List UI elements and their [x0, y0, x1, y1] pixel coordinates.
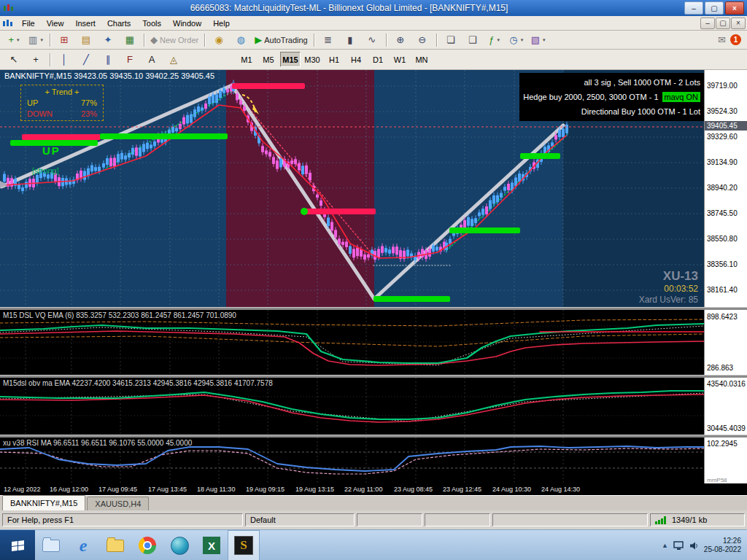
- fibonacci-button[interactable]: F: [119, 52, 141, 68]
- timeframe-h4[interactable]: H4: [346, 52, 366, 67]
- cascade-windows-button[interactable]: ❑: [462, 32, 484, 48]
- menu-insert[interactable]: Insert: [69, 18, 101, 29]
- cursor-button[interactable]: ↖: [3, 52, 25, 68]
- taskbar-clock[interactable]: 12:26 25-08-2022: [704, 537, 741, 555]
- timeframe-m5[interactable]: M5: [258, 52, 279, 67]
- arrows-shapes-icon: ◬: [170, 55, 177, 64]
- volume-icon[interactable]: [689, 541, 699, 551]
- show-hidden-icons-chevron[interactable]: ▲: [662, 542, 668, 549]
- templates-button[interactable]: ▧▾: [527, 32, 549, 48]
- time-axis-label: 19 Aug 09:15: [246, 486, 285, 493]
- menu-bar: FileViewInsertChartsToolsWindowHelp – ▢ …: [0, 16, 747, 31]
- channel-button[interactable]: ∥: [97, 52, 119, 68]
- notification-badge[interactable]: 1: [730, 34, 741, 45]
- minimize-button[interactable]: –: [684, 1, 703, 15]
- mail-icon[interactable]: ✉: [718, 34, 726, 45]
- new-order-button[interactable]: ◆New Order: [147, 32, 201, 48]
- taskbar-icon-s-app[interactable]: S: [228, 530, 260, 560]
- menu-view[interactable]: View: [41, 18, 70, 29]
- taskbar-icon-folder[interactable]: [99, 530, 131, 560]
- timeframe-m30[interactable]: M30: [302, 52, 322, 67]
- indicator-panel-dsl-vq[interactable]: M15 DSL VQ EMA (6) 835.3257 532.2303 861…: [0, 310, 704, 375]
- trendline-button[interactable]: ╱: [75, 52, 97, 68]
- trend-down-label: DOWN: [27, 109, 53, 118]
- chart-line-button[interactable]: ∿: [361, 32, 383, 48]
- network-icon[interactable]: [673, 541, 684, 551]
- timeframe-m1[interactable]: M1: [236, 52, 257, 67]
- time-axis[interactable]: 12 Aug 202216 Aug 12:0017 Aug 09:4517 Au…: [0, 483, 747, 495]
- price-axis-value: 39134.90: [707, 158, 738, 166]
- toolbar-separator: [144, 34, 144, 47]
- taskbar-icon-globe-app[interactable]: [163, 530, 196, 560]
- profiles-button[interactable]: ▥▾: [25, 32, 47, 48]
- timeframe-mn[interactable]: MN: [411, 52, 432, 67]
- mdi-restore-button[interactable]: ▢: [716, 18, 730, 29]
- clock-date: 25-08-2022: [704, 545, 741, 555]
- indicator-panel-obv[interactable]: M15dsl obv ma EMA 42237.4200 34615.2313 …: [0, 378, 704, 435]
- indicator-axis[interactable]: 102.2945 mmP58: [704, 438, 747, 486]
- mdi-minimize-button[interactable]: –: [700, 18, 715, 29]
- expert-advisors-button[interactable]: ◉: [208, 32, 230, 48]
- menu-window[interactable]: Window: [167, 18, 207, 29]
- indicator-axis[interactable]: 43540.0316 30445.4039: [704, 378, 747, 435]
- app-icon: [3, 3, 14, 13]
- taskbar-icon-chrome[interactable]: [131, 530, 163, 560]
- zoom-in-button[interactable]: ⊕: [390, 32, 411, 48]
- menu-file[interactable]: File: [16, 18, 41, 29]
- periods-button[interactable]: ◷▾: [506, 32, 527, 48]
- navigator-button[interactable]: ✦: [97, 32, 119, 48]
- timeframe-m15[interactable]: M15: [280, 52, 301, 67]
- trendline-icon: ╱: [83, 55, 89, 64]
- terminal-button[interactable]: ▦: [119, 32, 141, 48]
- menu-help[interactable]: Help: [207, 18, 236, 29]
- close-button[interactable]: ×: [725, 1, 744, 15]
- market-watch-icon: ⊞: [61, 35, 69, 44]
- indicator-panel-rsi[interactable]: xu v38 RSI MA 96.6511 96.6511 96.1076 55…: [0, 438, 704, 486]
- zoom-out-icon: ⊖: [418, 35, 426, 44]
- chart-bars-button[interactable]: ≣: [317, 32, 339, 48]
- chart-candles-button[interactable]: ▮: [339, 32, 361, 48]
- mdi-close-button[interactable]: ×: [731, 18, 746, 29]
- text-label-button[interactable]: A: [141, 52, 163, 68]
- candle-timer: 00:03:52: [639, 284, 698, 295]
- indicators-button[interactable]: ƒ▾: [484, 32, 506, 48]
- channel-icon: ∥: [106, 55, 111, 64]
- excel-icon: X: [203, 537, 220, 554]
- restore-button[interactable]: ▢: [705, 1, 724, 15]
- connection-status[interactable]: 1349/1 kb: [650, 513, 745, 526]
- timeframe-h1[interactable]: H1: [324, 52, 344, 67]
- autotrading-button[interactable]: ▶AutoTrading: [252, 32, 311, 48]
- zoom-out-button[interactable]: ⊖: [411, 32, 433, 48]
- price-axis[interactable]: 39405.45 39719.0039524.3039329.6039134.9…: [704, 70, 747, 307]
- crosshair-button[interactable]: +: [25, 52, 47, 68]
- chart-tab-2[interactable]: XAUUSD,H4: [87, 497, 149, 510]
- price-chart[interactable]: BANKNIFTY#,M15 39423.05 39435.10 39402.2…: [0, 70, 704, 307]
- timeframe-w1[interactable]: W1: [390, 52, 410, 67]
- taskbar-icon-internet-explorer[interactable]: e: [67, 530, 99, 560]
- price-axis-value: 39329.60: [707, 133, 738, 141]
- time-axis-label: 16 Aug 12:00: [50, 486, 88, 493]
- navigator-icon: ✦: [104, 35, 112, 44]
- vertical-line-button[interactable]: │: [53, 52, 75, 68]
- menu-charts[interactable]: Charts: [101, 18, 136, 29]
- tile-windows-button[interactable]: ❏: [440, 32, 462, 48]
- zoom-in-icon: ⊕: [396, 35, 404, 44]
- menu-tools[interactable]: Tools: [136, 18, 167, 29]
- taskbar-icon-explorer[interactable]: [35, 530, 67, 560]
- profile-selector[interactable]: Default: [245, 513, 355, 526]
- data-window-button[interactable]: ▤: [75, 32, 97, 48]
- status-help-text: For Help, press F1: [2, 513, 243, 526]
- market-watch-button[interactable]: ⊞: [53, 32, 75, 48]
- chart-bars-icon: ≣: [324, 35, 332, 44]
- community-button[interactable]: ◍: [230, 32, 252, 48]
- indicator-axis[interactable]: 898.6423 286.863: [704, 310, 747, 375]
- new-chart-button[interactable]: +▾: [3, 32, 25, 48]
- timeframe-d1[interactable]: D1: [368, 52, 388, 67]
- indicator-label: xu v38 RSI MA 96.6511 96.6511 96.1076 55…: [3, 439, 192, 447]
- chart-tab-1[interactable]: BANKNIFTY#,M15: [2, 495, 85, 510]
- taskbar-icon-excel[interactable]: X: [196, 530, 228, 560]
- price-axis-value: 38940.20: [707, 184, 738, 192]
- dropdown-arrow-icon: ▾: [543, 37, 546, 43]
- arrows-shapes-button[interactable]: ◬: [163, 52, 185, 68]
- start-button[interactable]: [0, 530, 35, 560]
